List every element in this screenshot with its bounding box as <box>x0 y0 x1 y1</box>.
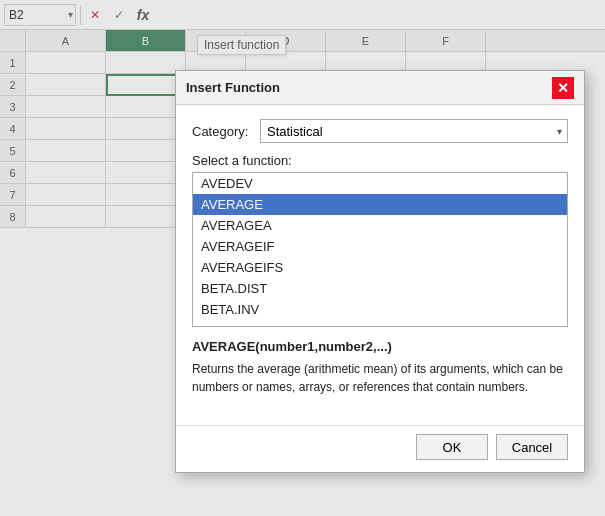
function-item-averagea[interactable]: AVERAGEA <box>193 215 567 236</box>
category-row: Category: Statistical ▾ <box>192 119 568 143</box>
dialog-footer: OK Cancel <box>176 425 584 472</box>
function-list[interactable]: AVEDEV AVERAGE AVERAGEA AVERAGEIF AVERAG… <box>192 172 568 327</box>
category-select[interactable]: Statistical <box>260 119 568 143</box>
function-signature: AVERAGE(number1,number2,...) <box>192 339 568 354</box>
function-item-beta-inv[interactable]: BETA.INV <box>193 299 567 320</box>
dialog-close-button[interactable]: ✕ <box>552 77 574 99</box>
cancel-button[interactable]: Cancel <box>496 434 568 460</box>
function-item-beta-dist[interactable]: BETA.DIST <box>193 278 567 299</box>
dialog-body: Category: Statistical ▾ Select a functio… <box>176 105 584 425</box>
category-label: Category: <box>192 124 252 139</box>
function-description: Returns the average (arithmetic mean) of… <box>192 360 568 415</box>
dialog-title: Insert Function <box>186 80 280 95</box>
function-item-average[interactable]: AVERAGE <box>193 194 567 215</box>
function-item-averageifs[interactable]: AVERAGEIFS <box>193 257 567 278</box>
category-select-wrapper: Statistical ▾ <box>260 119 568 143</box>
ok-button[interactable]: OK <box>416 434 488 460</box>
insert-function-dialog: Insert Function ✕ Category: Statistical … <box>175 70 585 473</box>
dialog-titlebar: Insert Function ✕ <box>176 71 584 105</box>
function-item-avedev[interactable]: AVEDEV <box>193 173 567 194</box>
select-function-label: Select a function: <box>192 153 568 168</box>
function-item-averageif[interactable]: AVERAGEIF <box>193 236 567 257</box>
